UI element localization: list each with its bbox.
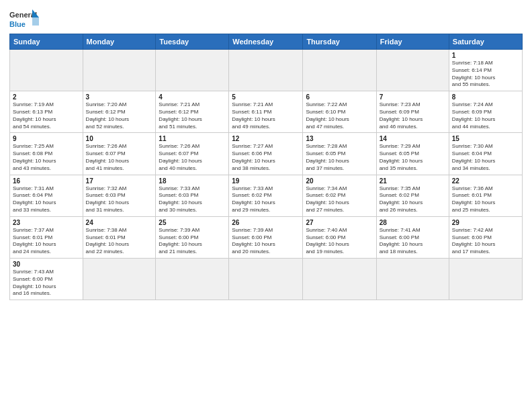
calendar-week-row: 9Sunrise: 7:25 AMSunset: 6:08 PMDaylight…: [10, 133, 523, 175]
day-number: 28: [380, 219, 446, 226]
day-info: Sunrise: 7:39 AMSunset: 6:00 PMDaylight:…: [232, 227, 300, 256]
calendar-cell: [10, 50, 83, 91]
logo: General Blue: [9, 9, 39, 30]
col-header-friday: Friday: [376, 34, 449, 50]
calendar-cell: 21Sunrise: 7:35 AMSunset: 6:02 PMDayligh…: [376, 175, 449, 216]
day-info: Sunrise: 7:27 AMSunset: 6:06 PMDaylight:…: [232, 143, 300, 172]
calendar-cell: 16Sunrise: 7:31 AMSunset: 6:04 PMDayligh…: [10, 175, 83, 216]
calendar-cell: 13Sunrise: 7:28 AMSunset: 6:05 PMDayligh…: [303, 133, 376, 175]
calendar-cell: 27Sunrise: 7:40 AMSunset: 6:00 PMDayligh…: [303, 216, 376, 258]
day-number: 27: [306, 219, 373, 226]
day-info: Sunrise: 7:43 AMSunset: 6:00 PMDaylight:…: [13, 269, 80, 298]
day-number: 26: [232, 219, 300, 226]
day-info: Sunrise: 7:19 AMSunset: 6:13 PMDaylight:…: [13, 101, 80, 130]
calendar-cell: 1Sunrise: 7:18 AMSunset: 6:14 PMDaylight…: [449, 50, 522, 91]
day-number: 9: [13, 135, 80, 142]
day-number: 2: [13, 93, 80, 101]
day-info: Sunrise: 7:37 AMSunset: 6:01 PMDaylight:…: [13, 227, 80, 256]
day-info: Sunrise: 7:31 AMSunset: 6:04 PMDaylight:…: [13, 185, 80, 214]
calendar-cell: 3Sunrise: 7:20 AMSunset: 6:12 PMDaylight…: [83, 91, 156, 133]
day-info: Sunrise: 7:38 AMSunset: 6:01 PMDaylight:…: [86, 227, 153, 256]
day-number: 15: [452, 135, 519, 142]
day-info: Sunrise: 7:35 AMSunset: 6:02 PMDaylight:…: [380, 185, 446, 214]
day-number: 7: [380, 93, 446, 101]
day-number: 25: [159, 219, 226, 226]
calendar-cell: 2Sunrise: 7:19 AMSunset: 6:13 PMDaylight…: [10, 91, 83, 133]
calendar-cell: 12Sunrise: 7:27 AMSunset: 6:06 PMDayligh…: [229, 133, 303, 175]
day-number: 23: [13, 219, 80, 226]
day-number: 30: [13, 261, 80, 268]
svg-marker-3: [32, 17, 39, 26]
day-number: 5: [232, 93, 300, 101]
day-info: Sunrise: 7:23 AMSunset: 6:09 PMDaylight:…: [380, 101, 446, 130]
calendar-cell: [449, 258, 522, 300]
day-number: 13: [306, 135, 373, 142]
calendar-cell: 4Sunrise: 7:21 AMSunset: 6:12 PMDaylight…: [156, 91, 229, 133]
day-info: Sunrise: 7:30 AMSunset: 6:04 PMDaylight:…: [452, 143, 519, 172]
day-number: 6: [306, 93, 373, 101]
calendar-cell: 11Sunrise: 7:26 AMSunset: 6:07 PMDayligh…: [156, 133, 229, 175]
col-header-wednesday: Wednesday: [229, 34, 303, 50]
logo-svg: General Blue: [9, 9, 39, 30]
calendar-cell: 9Sunrise: 7:25 AMSunset: 6:08 PMDaylight…: [10, 133, 83, 175]
calendar-cell: 20Sunrise: 7:34 AMSunset: 6:02 PMDayligh…: [303, 175, 376, 216]
col-header-sunday: Sunday: [10, 34, 83, 50]
col-header-tuesday: Tuesday: [156, 34, 229, 50]
day-info: Sunrise: 7:40 AMSunset: 6:00 PMDaylight:…: [306, 227, 373, 256]
calendar-cell: 24Sunrise: 7:38 AMSunset: 6:01 PMDayligh…: [83, 216, 156, 258]
calendar-week-row: 30Sunrise: 7:43 AMSunset: 6:00 PMDayligh…: [10, 258, 523, 300]
calendar-week-row: 16Sunrise: 7:31 AMSunset: 6:04 PMDayligh…: [10, 175, 523, 216]
calendar-cell: 23Sunrise: 7:37 AMSunset: 6:01 PMDayligh…: [10, 216, 83, 258]
header: General Blue: [9, 7, 523, 30]
calendar-cell: [303, 258, 376, 300]
calendar-week-row: 2Sunrise: 7:19 AMSunset: 6:13 PMDaylight…: [10, 91, 523, 133]
calendar-cell: 29Sunrise: 7:42 AMSunset: 6:00 PMDayligh…: [449, 216, 522, 258]
calendar-cell: 17Sunrise: 7:32 AMSunset: 6:03 PMDayligh…: [83, 175, 156, 216]
day-number: 12: [232, 135, 300, 142]
day-info: Sunrise: 7:36 AMSunset: 6:01 PMDaylight:…: [452, 185, 519, 214]
day-info: Sunrise: 7:33 AMSunset: 6:02 PMDaylight:…: [232, 185, 300, 214]
day-number: 8: [452, 93, 519, 101]
day-number: 18: [159, 177, 226, 185]
calendar-cell: 8Sunrise: 7:24 AMSunset: 6:09 PMDaylight…: [449, 91, 522, 133]
calendar-cell: 5Sunrise: 7:21 AMSunset: 6:11 PMDaylight…: [229, 91, 303, 133]
calendar-cell: 30Sunrise: 7:43 AMSunset: 6:00 PMDayligh…: [10, 258, 83, 300]
day-info: Sunrise: 7:42 AMSunset: 6:00 PMDaylight:…: [452, 227, 519, 256]
day-info: Sunrise: 7:25 AMSunset: 6:08 PMDaylight:…: [13, 143, 80, 172]
day-number: 24: [86, 219, 153, 226]
day-info: Sunrise: 7:32 AMSunset: 6:03 PMDaylight:…: [86, 185, 153, 214]
day-info: Sunrise: 7:28 AMSunset: 6:05 PMDaylight:…: [306, 143, 373, 172]
day-number: 29: [452, 219, 519, 226]
page: General Blue SundayMondayTuesdayWednesda…: [0, 0, 532, 411]
day-number: 19: [232, 177, 300, 185]
calendar-table: SundayMondayTuesdayWednesdayThursdayFrid…: [9, 34, 523, 300]
col-header-monday: Monday: [83, 34, 156, 50]
day-info: Sunrise: 7:33 AMSunset: 6:03 PMDaylight:…: [159, 185, 226, 214]
day-info: Sunrise: 7:18 AMSunset: 6:14 PMDaylight:…: [452, 60, 519, 89]
day-info: Sunrise: 7:34 AMSunset: 6:02 PMDaylight:…: [306, 185, 373, 214]
day-number: 10: [86, 135, 153, 142]
day-info: Sunrise: 7:29 AMSunset: 6:05 PMDaylight:…: [380, 143, 446, 172]
day-info: Sunrise: 7:21 AMSunset: 6:11 PMDaylight:…: [232, 101, 300, 130]
calendar-week-row: 1Sunrise: 7:18 AMSunset: 6:14 PMDaylight…: [10, 50, 523, 91]
calendar-cell: 22Sunrise: 7:36 AMSunset: 6:01 PMDayligh…: [449, 175, 522, 216]
calendar-cell: [156, 258, 229, 300]
calendar-cell: 25Sunrise: 7:39 AMSunset: 6:00 PMDayligh…: [156, 216, 229, 258]
calendar-cell: [156, 50, 229, 91]
calendar-cell: 19Sunrise: 7:33 AMSunset: 6:02 PMDayligh…: [229, 175, 303, 216]
day-info: Sunrise: 7:21 AMSunset: 6:12 PMDaylight:…: [159, 101, 226, 130]
day-info: Sunrise: 7:26 AMSunset: 6:07 PMDaylight:…: [86, 143, 153, 172]
day-info: Sunrise: 7:24 AMSunset: 6:09 PMDaylight:…: [452, 101, 519, 130]
calendar-cell: [229, 50, 303, 91]
day-number: 11: [159, 135, 226, 142]
col-header-saturday: Saturday: [449, 34, 522, 50]
calendar-cell: [83, 50, 156, 91]
calendar-cell: [376, 50, 449, 91]
day-number: 3: [86, 93, 153, 101]
day-number: 17: [86, 177, 153, 185]
day-info: Sunrise: 7:26 AMSunset: 6:07 PMDaylight:…: [159, 143, 226, 172]
calendar-cell: 28Sunrise: 7:41 AMSunset: 6:00 PMDayligh…: [376, 216, 449, 258]
day-number: 16: [13, 177, 80, 185]
calendar-cell: 7Sunrise: 7:23 AMSunset: 6:09 PMDaylight…: [376, 91, 449, 133]
calendar-week-row: 23Sunrise: 7:37 AMSunset: 6:01 PMDayligh…: [10, 216, 523, 258]
